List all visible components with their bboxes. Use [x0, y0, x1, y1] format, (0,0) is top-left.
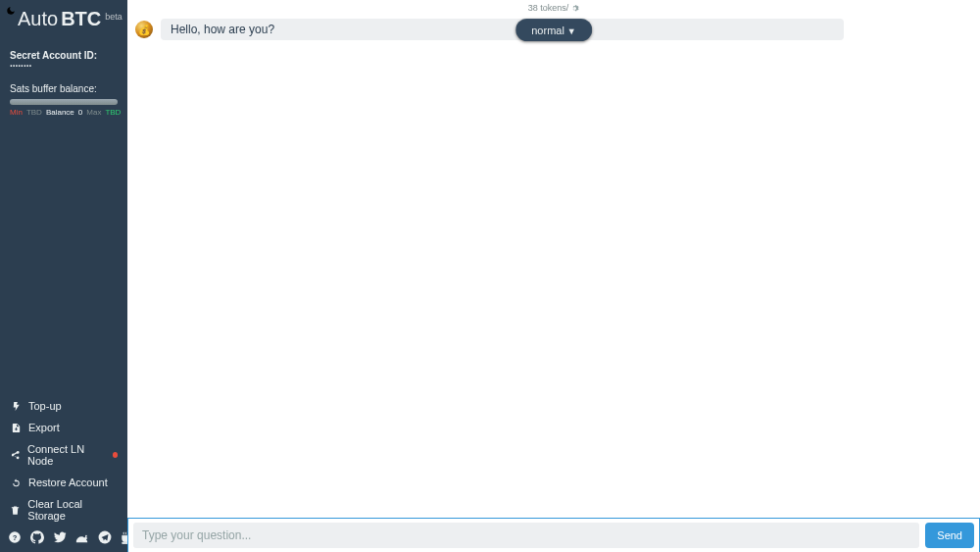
stat-max-val: TBD [105, 108, 121, 117]
buffer-balance-stats: Min TBD Balance 0 Max TBD [0, 108, 127, 117]
menu-item-connect-ln[interactable]: Connect LN Node [0, 438, 127, 472]
chat-scroll: 💰 Hello, how are you? [127, 13, 980, 518]
account-id: Secret Account ID: ········ [0, 34, 127, 75]
chevron-down-icon: ▼ [567, 26, 576, 36]
mode-label: normal [531, 25, 564, 36]
theme-toggle-icon[interactable] [6, 6, 16, 18]
message-bubble: Hello, how are you? [161, 19, 844, 40]
menu-item-export[interactable]: Export [0, 417, 127, 438]
brand-part1: Auto [18, 8, 58, 30]
sidebar: AutoBTC beta Secret Account ID: ········… [0, 0, 127, 552]
menu-label: Export [28, 422, 60, 433]
token-count: 38 tokens/ [528, 3, 569, 13]
github-icon[interactable] [30, 530, 44, 544]
brand-badge: beta [105, 12, 122, 22]
message-input[interactable] [133, 523, 919, 548]
menu-item-clear-storage[interactable]: Clear Local Storage [0, 493, 127, 527]
stat-bal-label: Balance [46, 108, 74, 117]
gear-icon[interactable] [570, 4, 579, 13]
stat-min-val: TBD [26, 108, 42, 117]
restore-icon [10, 477, 22, 488]
menu-label: Clear Local Storage [27, 498, 118, 522]
buffer-balance-bar [10, 99, 118, 105]
telegram-icon[interactable] [98, 530, 112, 544]
menu-label: Restore Account [28, 477, 108, 488]
svg-text:?: ? [13, 533, 18, 542]
send-button[interactable]: Send [925, 523, 974, 548]
bolt-icon [10, 401, 22, 412]
twitter-icon[interactable] [53, 530, 67, 544]
menu-item-restore[interactable]: Restore Account [0, 472, 127, 493]
social-bar: ? [0, 530, 127, 552]
help-icon[interactable]: ? [8, 530, 22, 544]
user-avatar-icon: 💰 [135, 21, 153, 38]
main-area: 38 tokens/ 💰 Hello, how are you? normal▼… [127, 0, 980, 552]
menu-item-topup[interactable]: Top-up [0, 395, 127, 417]
brand-part2: BTC [61, 8, 101, 30]
brand: AutoBTC beta [0, 0, 127, 34]
menu-label: Top-up [28, 400, 62, 412]
menu-label: Connect LN Node [27, 443, 106, 467]
stat-bal-val: 0 [78, 108, 82, 117]
nostr-icon[interactable] [75, 530, 89, 544]
share-nodes-icon [10, 450, 21, 461]
account-id-label: Secret Account ID: [10, 50, 97, 61]
composer: Send [127, 518, 980, 552]
stat-max: Max [86, 108, 101, 117]
account-id-value: ········ [10, 61, 31, 72]
stat-min: Min [10, 108, 23, 117]
trash-icon [10, 505, 21, 516]
token-info: 38 tokens/ [127, 0, 980, 13]
status-dot-icon [113, 452, 118, 458]
export-icon [10, 423, 22, 433]
mode-selector[interactable]: normal▼ [515, 19, 592, 41]
buffer-balance-label: Sats buffer balance: [0, 75, 127, 96]
sidebar-menu: Top-up Export Connect LN Node Restore Ac… [0, 395, 127, 530]
